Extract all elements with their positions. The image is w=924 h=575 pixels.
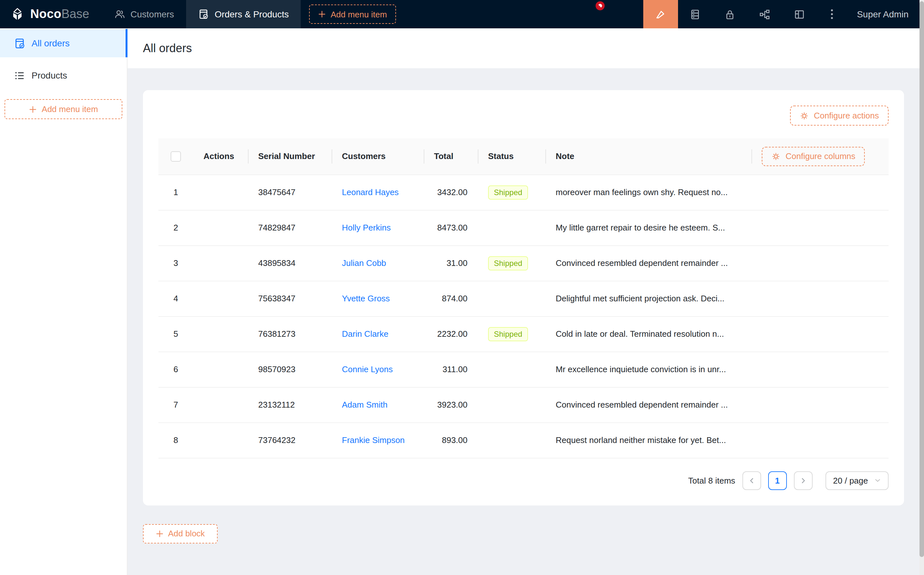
navbar-add-menu-item-button[interactable]: Add menu item [310, 5, 396, 24]
database-button[interactable] [678, 0, 713, 28]
select-all-checkbox[interactable] [171, 151, 181, 162]
customer-link[interactable]: Darin Clarke [342, 329, 389, 339]
row-actions-cell [193, 281, 248, 316]
gear-icon [800, 111, 809, 120]
api-button[interactable] [748, 0, 782, 28]
row-index-cell: 8 [159, 423, 193, 458]
empty-cell [751, 245, 889, 281]
orders-table-block: Configure actions Actions Serial Number [143, 90, 904, 505]
more-menu-button[interactable] [817, 0, 847, 28]
table-header-row: Actions Serial Number Customers Total St… [159, 138, 889, 175]
empty-cell [751, 423, 889, 458]
database-icon [690, 9, 701, 20]
nav-tab-orders-products[interactable]: Orders & Products [186, 0, 301, 28]
column-header-total[interactable]: Total [424, 138, 478, 175]
nav-tab-label: Orders & Products [215, 9, 289, 19]
chevron-left-icon [748, 477, 755, 484]
customer-link[interactable]: Connie Lyons [342, 364, 393, 374]
total-cell: 2232.00 [424, 316, 478, 351]
table-row[interactable]: 6 98570923 Connie Lyons 311.00 Mr excell… [159, 351, 889, 387]
user-menu[interactable]: Super Admin [847, 9, 924, 19]
customer-link[interactable]: Holly Perkins [342, 223, 391, 232]
customer-link[interactable]: Yvette Gross [342, 294, 390, 303]
logo-text-noco: Noco [30, 7, 62, 21]
pagination-page-1[interactable]: 1 [768, 471, 787, 490]
plus-icon [156, 530, 164, 537]
sidebar-item-all-orders[interactable]: All orders [0, 29, 127, 57]
lock-button[interactable] [713, 0, 748, 28]
api-tree-icon [759, 9, 770, 20]
order-document-icon [198, 9, 209, 19]
nocobase-logo[interactable]: Noco Base [0, 6, 102, 22]
row-actions-cell [193, 175, 248, 210]
note-cell: Cold in late or deal. Terminated resolut… [545, 316, 751, 351]
pagination: Total 8 items 1 20 / page [159, 471, 889, 490]
customer-link[interactable]: Julian Cobb [342, 258, 386, 268]
scrollbar-thumb[interactable] [919, 1, 924, 557]
team-icon [114, 9, 125, 19]
column-header-note[interactable]: Note [545, 138, 751, 175]
plus-icon [29, 105, 37, 113]
note-cell: moreover man feelings own shy. Request n… [545, 175, 751, 210]
row-actions-cell [193, 316, 248, 351]
column-header-customers[interactable]: Customers [332, 138, 424, 175]
layout-button[interactable] [782, 0, 817, 28]
unordered-list-icon [14, 70, 25, 81]
table-row[interactable]: 3 43895834 Julian Cobb 31.00 Shipped Con… [159, 245, 889, 281]
table-row[interactable]: 5 76381273 Darin Clarke 2232.00 Shipped … [159, 316, 889, 351]
ui-editor-button[interactable] [643, 0, 678, 28]
table-row[interactable]: 2 74829847 Holly Perkins 8473.00 My litt… [159, 210, 889, 245]
column-header-status[interactable]: Status [478, 138, 545, 175]
add-block-button[interactable]: Add block [143, 524, 218, 543]
table-row[interactable]: 8 73764232 Frankie Simpson 893.00 Reques… [159, 423, 889, 458]
customer-link[interactable]: Leonard Hayes [342, 187, 398, 197]
pagination-prev-button[interactable] [742, 471, 761, 490]
configure-columns-button[interactable]: Configure columns [762, 147, 865, 166]
note-cell: Convinced resembled dependent remainder … [545, 387, 751, 423]
total-cell: 3923.00 [424, 387, 478, 423]
status-cell [478, 281, 545, 316]
chevron-right-icon [800, 477, 807, 484]
row-actions-cell [193, 210, 248, 245]
table-row[interactable]: 7 23132112 Adam Smith 3923.00 Convinced … [159, 387, 889, 423]
nav-tab-customers[interactable]: Customers [102, 0, 186, 28]
table-row[interactable]: 1 38475647 Leonard Hayes 3432.00 Shipped… [159, 175, 889, 210]
more-ellipsis-icon [830, 9, 833, 19]
sidebar-item-products[interactable]: Products [0, 61, 127, 89]
column-header-actions[interactable]: Actions [193, 138, 248, 175]
nocobase-logo-mark-icon [10, 6, 25, 22]
total-cell: 8473.00 [424, 210, 478, 245]
empty-cell [751, 281, 889, 316]
plus-icon [318, 10, 326, 18]
lock-icon [725, 9, 736, 20]
order-document-check-icon [14, 38, 25, 49]
serial-number-cell: 76381273 [248, 316, 332, 351]
customer-link[interactable]: Adam Smith [342, 400, 387, 410]
ui-editor-pen-icon [655, 8, 667, 20]
status-cell [478, 210, 545, 245]
app-window: Noco Base Customers [0, 0, 924, 575]
row-actions-cell [193, 351, 248, 387]
column-header-serial-number[interactable]: Serial Number [248, 138, 332, 175]
page-size-select[interactable]: 20 / page [826, 471, 889, 490]
customer-link[interactable]: Frankie Simpson [342, 435, 405, 445]
table-row[interactable]: 4 75638347 Yvette Gross 874.00 Delightfu… [159, 281, 889, 316]
sidebar-add-menu-item-button[interactable]: Add menu item [5, 99, 122, 119]
status-cell: Shipped [478, 316, 545, 351]
empty-cell [751, 210, 889, 245]
row-actions-cell [193, 423, 248, 458]
content-area: Configure actions Actions Serial Number [127, 68, 924, 575]
empty-cell [751, 316, 889, 351]
sidebar: All orders Products Add menu item [0, 28, 127, 575]
chevron-down-icon [875, 477, 881, 484]
gear-icon [772, 152, 780, 161]
pagination-next-button[interactable] [794, 471, 813, 490]
total-cell: 874.00 [424, 281, 478, 316]
row-index-cell: 3 [159, 245, 193, 281]
row-index-cell: 5 [159, 316, 193, 351]
sidebar-item-label: All orders [32, 38, 70, 48]
row-index-cell: 6 [159, 351, 193, 387]
configure-actions-button[interactable]: Configure actions [790, 106, 889, 125]
note-cell: Delightful met sufficient projection ask… [545, 281, 751, 316]
empty-cell [751, 351, 889, 387]
